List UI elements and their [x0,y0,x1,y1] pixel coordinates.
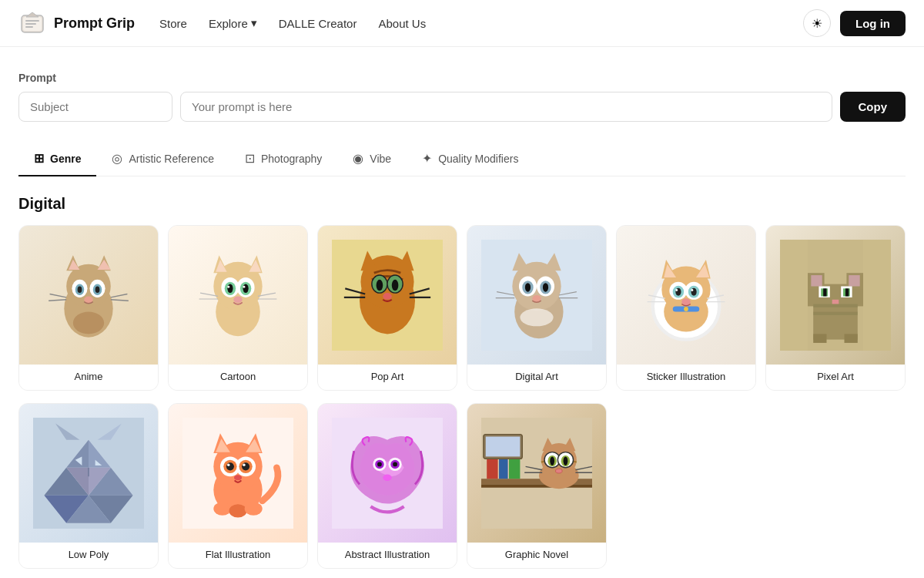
subject-input[interactable] [18,92,172,122]
card-sticker[interactable]: Sticker Illustration [616,225,756,391]
svg-point-157 [383,474,392,481]
card-abstract[interactable]: Abstract Illustration [317,403,457,569]
photography-icon: ⊡ [245,151,255,166]
svg-point-173 [564,456,568,465]
svg-point-143 [242,462,249,470]
nav-about[interactable]: About Us [378,17,426,30]
svg-rect-162 [499,456,508,479]
tab-genre[interactable]: ⊞ Genre [18,143,96,176]
svg-point-172 [550,456,554,465]
svg-point-18 [84,296,93,303]
card-lowpoly[interactable]: Low Poly [18,403,159,569]
logo[interactable]: Prompt Grip [18,9,135,37]
card-cartoon[interactable]: Cartoon [168,225,308,391]
tab-quality-modifiers[interactable]: ✦ Quality Modifiers [407,143,534,176]
svg-line-20 [50,294,67,297]
tab-artistic-reference[interactable]: ◎ Artistic Reference [96,143,229,176]
prompt-label: Prompt [18,72,906,84]
nav-explore[interactable]: Explore ▾ [209,16,257,30]
prompt-section: Prompt Copy [18,72,906,122]
logo-text: Prompt Grip [54,15,135,32]
svg-point-35 [243,284,248,294]
svg-rect-3 [25,20,39,22]
card-popart[interactable]: Pop Art [317,225,457,391]
quality-icon: ✦ [422,151,432,166]
svg-rect-112 [813,304,858,307]
svg-point-16 [78,286,82,293]
card-pixel-label: Pixel Art [766,365,905,390]
tab-vibe[interactable]: ◉ Vibe [337,143,407,176]
nav-links: Store Explore ▾ DALLE Creator About Us [159,16,778,30]
svg-rect-5 [25,26,33,28]
svg-point-156 [393,462,397,467]
svg-point-148 [229,504,246,517]
card-digital[interactable]: Digital Art [467,225,607,391]
card-pixel[interactable]: Pixel Art [765,225,906,391]
card-lowpoly-label: Low Poly [19,543,158,568]
svg-rect-180 [486,436,521,456]
tab-photography[interactable]: ⊡ Photography [229,143,337,176]
svg-point-149 [245,502,263,515]
svg-point-147 [213,502,231,515]
artistic-icon: ◎ [112,151,122,166]
card-abstract-image [318,404,457,543]
navbar: Prompt Grip Store Explore ▾ DALLE Creato… [0,0,924,47]
copy-button[interactable]: Copy [840,92,906,122]
card-sticker-label: Sticker Illustration [617,365,755,390]
svg-point-19 [73,312,104,334]
card-graphic[interactable]: Graphic Novel [467,403,607,569]
card-popart-image [318,226,457,365]
svg-point-146 [234,475,242,480]
card-graphic-label: Graphic Novel [467,543,606,568]
login-button[interactable]: Log in [840,11,906,36]
card-flat-label: Flat Illustration [169,543,307,568]
svg-point-142 [226,462,234,470]
prompt-input[interactable] [180,92,832,122]
card-anime[interactable]: Anime [18,225,159,391]
svg-rect-108 [845,288,849,296]
theme-toggle-button[interactable]: ☀ [803,9,831,37]
nav-dalle[interactable]: DALLE Creator [279,17,357,30]
svg-point-91 [681,298,691,305]
svg-point-88 [691,289,693,291]
svg-rect-160 [481,484,592,487]
svg-point-87 [675,289,678,291]
svg-point-38 [233,296,243,303]
card-sticker-image [617,226,755,365]
genre-icon: ⊞ [34,151,44,166]
nav-store[interactable]: Store [159,17,187,30]
svg-point-52 [383,293,392,300]
svg-point-67 [525,283,531,292]
vibe-icon: ◉ [353,151,363,166]
logo-icon [18,9,46,37]
svg-rect-102 [849,275,859,286]
svg-rect-110 [813,334,826,343]
svg-point-90 [684,307,688,311]
prompt-row: Copy [18,92,906,122]
svg-point-174 [555,469,562,473]
card-lowpoly-image [19,404,158,543]
svg-point-145 [243,463,245,465]
svg-point-144 [227,463,229,465]
card-anime-image [19,226,158,365]
svg-rect-107 [823,288,826,296]
card-popart-label: Pop Art [318,365,457,390]
svg-point-50 [377,280,383,291]
svg-point-69 [532,295,541,302]
card-cartoon-label: Cartoon [169,365,307,390]
cards-row-2: Low Poly [18,403,906,569]
card-cartoon-image [169,226,307,365]
svg-point-36 [227,286,229,288]
chevron-down-icon: ▾ [251,16,257,30]
card-flat[interactable]: Flat Illustration [168,403,308,569]
svg-point-155 [377,462,382,467]
svg-line-21 [49,300,66,301]
svg-point-51 [392,280,399,291]
svg-point-62 [520,308,553,326]
svg-rect-4 [25,23,36,25]
tabs: ⊞ Genre ◎ Artistic Reference ⊡ Photograp… [18,143,906,176]
card-flat-image [169,404,307,543]
svg-rect-113 [813,312,858,315]
card-digital-label: Digital Art [467,365,606,390]
svg-rect-101 [811,275,822,286]
